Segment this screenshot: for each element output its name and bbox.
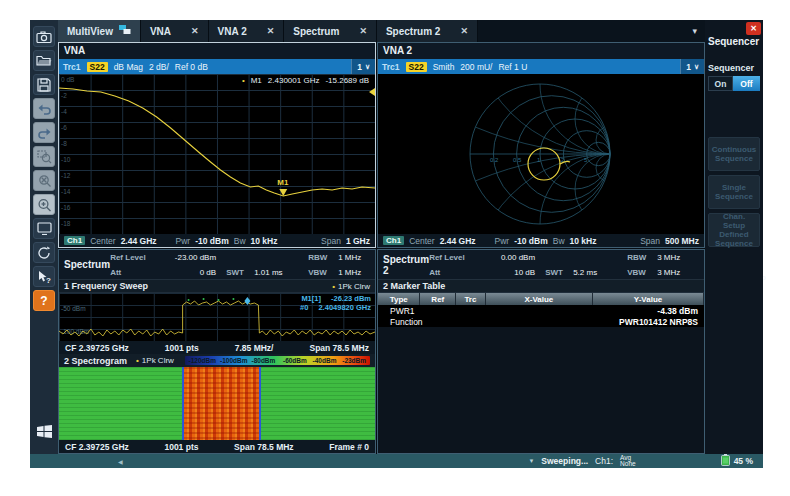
trace-dropdown[interactable]: 1 ∨ (351, 59, 375, 74)
trace-format: Smith (433, 62, 455, 72)
average-indicator: Avg None (620, 455, 636, 468)
tab-vna[interactable]: VNA ✕ (141, 20, 209, 42)
continuous-sequence-button[interactable]: Continuous Sequence (708, 137, 760, 171)
marker-x-value: 2.430001 GHz (268, 76, 320, 85)
save-icon[interactable] (33, 74, 55, 95)
channel-tab-bar: MultiView VNA ✕ VNA 2 ✕ Spectrum ✕ (58, 20, 705, 42)
spectrum-window[interactable]: Spectrum Ref Level -23.00 dBm RBW 1 MHz … (58, 249, 376, 454)
smith-axis-label: 0.2 (490, 157, 499, 163)
help-icon[interactable]: ? (33, 290, 55, 311)
chevron-down-icon: ∨ (365, 63, 370, 71)
tab-overflow-icon[interactable]: ▾ (692, 26, 705, 36)
sweep-marker-readout: M1[1]-26.23 dBm #02.4049820 GHz (300, 294, 371, 312)
subwindow-title: 2 Spectrogram (64, 356, 127, 366)
window-title: Spectrum (59, 250, 110, 279)
vna-window[interactable]: VNA Trc1 S22 dB Mag 2 dB/ Ref 0 dB 1 ∨ 0 (58, 42, 376, 248)
trace-ref: Ref 0 dB (175, 62, 208, 72)
spectrogram-plot[interactable] (59, 367, 375, 440)
window-title: Spectrum 2 (378, 250, 429, 279)
channel-label: Ch1: (595, 456, 613, 466)
trace-name: Trc1 (382, 62, 400, 72)
instrument-screen: ? ? MultiView VNA ✕ (30, 20, 763, 468)
sequencer-off-button[interactable]: Off (733, 76, 760, 91)
trace-scale: 2 dB/ (149, 62, 169, 72)
battery-percentage: 45 % (734, 456, 753, 466)
s-parameter-chip: S22 (87, 62, 108, 72)
collapse-left-icon[interactable]: ◀ (118, 458, 123, 465)
smith-chart[interactable]: 0.2 0.5 1 2 5 (378, 74, 704, 234)
status-dropdown-icon[interactable]: ▼ (528, 458, 534, 464)
sequencer-on-button[interactable]: On (708, 76, 733, 91)
sequencer-panel-title: Sequencer (708, 36, 760, 47)
sequencer-section-label: Sequencer (708, 63, 760, 73)
tab-label: Spectrum 2 (386, 26, 440, 37)
refresh-icon[interactable] (33, 242, 55, 263)
vna2-trace-header: Trc1 S22 Smith 200 mU/ Ref 1 U 1 ∨ (378, 59, 704, 74)
legend-bullet: • (332, 282, 335, 291)
tab-spectrum[interactable]: Spectrum ✕ (284, 20, 377, 42)
zoom-off-icon[interactable] (33, 170, 55, 191)
trace-scale: 200 mU/ (460, 62, 492, 72)
s-parameter-chip: S22 (406, 62, 427, 72)
vna2-window[interactable]: VNA 2 Trc1 S22 Smith 200 mU/ Ref 1 U 1 ∨ (377, 42, 705, 248)
spectrogram-titlebar: 2 Spectrogram • 1Pk Clrw -120dBm -100dBm… (59, 354, 375, 367)
frequency-sweep-plot[interactable]: -50 dBm -100 dBm M1[1]-26.23 dBm #02.404… (59, 293, 375, 341)
svg-text:?: ? (46, 276, 51, 284)
close-icon[interactable]: ✕ (267, 26, 275, 36)
spectrum-settings-header: Spectrum Ref Level -23.00 dBm RBW 1 MHz … (59, 250, 375, 280)
single-sequence-button[interactable]: Single Sequence (708, 175, 760, 209)
display-layout-icon[interactable] (33, 218, 55, 239)
help-pointer-icon[interactable]: ? (33, 266, 55, 287)
subwindow-title: 1 Frequency Sweep (64, 281, 148, 291)
subwindow-title: 2 Marker Table (383, 281, 445, 291)
vna-plot[interactable]: 0 dB -2 -4 -6 -8 -10 -12 -14 -16 -18 (59, 74, 375, 234)
camera-icon[interactable] (33, 26, 55, 47)
frequency-sweep-titlebar: 1 Frequency Sweep • 1Pk Clrw (59, 280, 375, 293)
close-icon[interactable]: ✕ (191, 26, 199, 36)
window-title: VNA 2 (378, 43, 704, 59)
ref-level-arrow-icon (369, 88, 375, 96)
chan-setup-defined-sequence-button[interactable]: Chan. Setup Defined Sequence (708, 213, 760, 247)
redo-icon[interactable] (33, 122, 55, 143)
channel-badge: Ch1 (64, 236, 85, 245)
undo-icon[interactable] (33, 98, 55, 119)
trace-ref: Ref 1 U (498, 62, 527, 72)
close-icon[interactable]: ✕ (746, 22, 761, 35)
vna-trace-header: Trc1 S22 dB Mag 2 dB/ Ref 0 dB 1 ∨ (59, 59, 375, 74)
vna-footer: Ch1 Center 2.44 GHz Pwr -10 dBm Bw 10 kH… (59, 234, 375, 247)
tab-spectrum2[interactable]: Spectrum 2 ✕ (377, 20, 478, 42)
channel-badge: Ch1 (383, 236, 404, 245)
trace-legend: • 1Pk Clrw (136, 356, 174, 365)
trace-legend: • 1Pk Clrw (332, 282, 370, 291)
zoom-icon[interactable] (33, 194, 55, 215)
smith-chart-grid: 0.2 0.5 1 2 5 (378, 74, 704, 234)
smith-axis-label: 0.5 (513, 157, 522, 163)
sequencer-toggle: On Off (708, 76, 760, 91)
close-icon[interactable]: ✕ (359, 26, 367, 36)
marker-name: M1 (251, 76, 262, 85)
battery-icon (721, 454, 730, 468)
sweep-status: Sweeping... (541, 456, 588, 466)
zoom-rect-icon[interactable] (33, 146, 55, 167)
chevron-down-icon: ∨ (694, 63, 699, 71)
tab-vna2[interactable]: VNA 2 ✕ (209, 20, 285, 42)
trace-dropdown[interactable]: 1 ∨ (680, 59, 704, 74)
table-row: Function PWR101412 NRP8S (378, 316, 704, 327)
marker-bullet: • (242, 76, 245, 85)
marker-table: Type Ref Trc X-Value Y-Value PWR1 -4.38 … (378, 293, 704, 453)
vna2-footer: Ch1 Center 2.44 GHz Pwr -10 dBm Bw 10 kH… (378, 234, 704, 247)
spectrum2-window[interactable]: Spectrum 2 Ref Level 0.00 dBm RBW 3 MHz … (377, 249, 705, 454)
trace-format: dB Mag (114, 62, 143, 72)
open-folder-icon[interactable] (33, 50, 55, 71)
sequencer-panel: ✕ Sequencer Sequencer On Off Continuous … (705, 20, 763, 454)
spectrum2-settings-header: Spectrum 2 Ref Level 0.00 dBm RBW 3 MHz … (378, 250, 704, 280)
vna-trace: M1 (59, 74, 375, 234)
tab-label: MultiView (67, 26, 113, 37)
marker-table-titlebar: 2 Marker Table (378, 280, 704, 293)
spectrogram-footer: CF 2.39725 GHz 1001 pts Span 78.5 MHz Fr… (59, 440, 375, 453)
tab-multiview[interactable]: MultiView (58, 20, 141, 42)
close-icon[interactable]: ✕ (460, 26, 468, 36)
windows-icon[interactable] (33, 421, 55, 442)
tab-label: VNA 2 (218, 26, 247, 37)
table-row: PWR1 -4.38 dBm (378, 305, 704, 316)
